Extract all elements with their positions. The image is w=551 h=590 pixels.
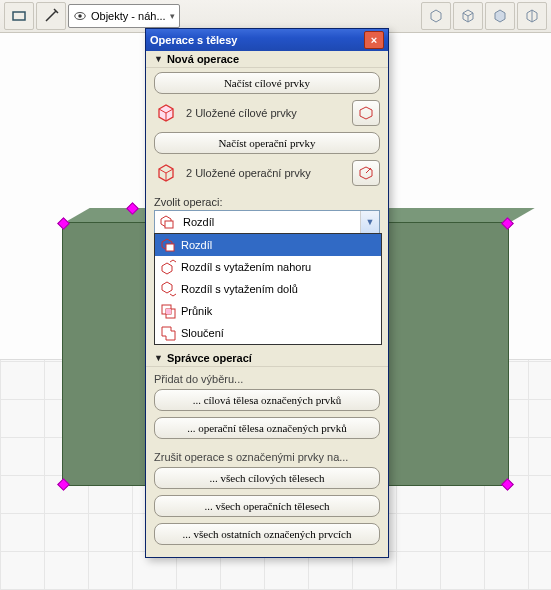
view-cube-1-button[interactable] xyxy=(421,2,451,30)
tool-wand-button[interactable] xyxy=(36,2,66,30)
pick-targets-button[interactable] xyxy=(352,100,380,126)
cancel-on-all-ops-button[interactable]: ... všech operačních tělesech xyxy=(154,495,380,517)
section-header-label: Správce operací xyxy=(167,352,252,364)
chevron-down-icon: ▾ xyxy=(170,11,175,21)
operation-combobox-popup: Rozdíl Rozdíl s vytažením nahoru Rozdíl … xyxy=(154,233,382,345)
cancel-on-all-targets-button[interactable]: ... všech cílových tělesech xyxy=(154,467,380,489)
eye-icon xyxy=(73,9,87,23)
combo-dropdown-button[interactable]: ▼ xyxy=(360,211,379,233)
svg-rect-0 xyxy=(13,12,25,20)
section-header-label: Nová operace xyxy=(167,53,239,65)
option-difference-extrude-down[interactable]: Rozdíl s vytažením dolů xyxy=(155,278,381,300)
intersection-icon xyxy=(157,302,179,320)
close-button[interactable]: × xyxy=(364,31,384,49)
option-label: Rozdíl xyxy=(181,239,212,251)
diff-up-icon xyxy=(157,258,179,276)
dialog-titlebar[interactable]: Operace s tělesy × xyxy=(146,29,388,51)
option-label: Rozdíl s vytažením nahoru xyxy=(181,261,311,273)
option-label: Rozdíl s vytažením dolů xyxy=(181,283,298,295)
tool-rectangle-button[interactable] xyxy=(4,2,34,30)
stored-ops-row: 2 Uložené operační prvky xyxy=(154,160,380,186)
pick-ops-button[interactable] xyxy=(352,160,380,186)
cancel-on-all-others-button[interactable]: ... všech ostatních označených prvcích xyxy=(154,523,380,545)
svg-point-2 xyxy=(78,14,82,18)
stored-targets-text: 2 Uložené cílové prvky xyxy=(186,107,346,119)
operation-combobox[interactable]: Rozdíl ▼ Rozdíl Rozdíl s vytažením nahor… xyxy=(154,210,380,234)
section-header-operation-manager[interactable]: ▼ Správce operací xyxy=(146,350,388,367)
option-difference-extrude-up[interactable]: Rozdíl s vytažením nahoru xyxy=(155,256,381,278)
difference-icon xyxy=(157,236,179,254)
combo-icon xyxy=(155,213,179,231)
add-operation-bodies-button[interactable]: ... operační tělesa označených prvků xyxy=(154,417,380,439)
triangle-down-icon: ▼ xyxy=(154,54,163,64)
new-operation-panel: Načíst cílové prvky 2 Uložené cílové prv… xyxy=(146,68,388,240)
stored-ops-text: 2 Uložené operační prvky xyxy=(186,167,346,179)
stored-targets-row: 2 Uložené cílové prvky xyxy=(154,100,380,126)
add-target-bodies-button[interactable]: ... cílová tělesa označených prvků xyxy=(154,389,380,411)
visibility-dropdown[interactable]: Objekty - náh... ▾ xyxy=(68,4,180,28)
visibility-dropdown-label: Objekty - náh... xyxy=(91,10,166,22)
view-cube-4-button[interactable] xyxy=(517,2,547,30)
view-cube-2-button[interactable] xyxy=(453,2,483,30)
section-header-new-operation[interactable]: ▼ Nová operace xyxy=(146,51,388,68)
option-difference[interactable]: Rozdíl xyxy=(155,234,381,256)
chevron-down-icon: ▼ xyxy=(366,217,375,227)
option-intersection[interactable]: Průnik xyxy=(155,300,381,322)
combo-value: Rozdíl xyxy=(179,216,360,228)
option-union[interactable]: Sloučení xyxy=(155,322,381,344)
cancel-operations-label: Zrušit operace s označenými prvky na... xyxy=(154,445,380,467)
view-cube-3-button[interactable] xyxy=(485,2,515,30)
choose-operation-label: Zvolit operaci: xyxy=(154,192,380,210)
dialog-title: Operace s tělesy xyxy=(150,34,237,46)
svg-rect-4 xyxy=(166,244,174,251)
operation-solid-icon xyxy=(154,161,180,185)
svg-rect-7 xyxy=(166,309,171,314)
target-solid-icon xyxy=(154,101,180,125)
diff-down-icon xyxy=(157,280,179,298)
add-to-selection-label: Přidat do výběru... xyxy=(154,371,380,389)
solid-operations-dialog: Operace s tělesy × ▼ Nová operace Načíst… xyxy=(145,28,389,558)
union-icon xyxy=(157,324,179,342)
operation-manager-panel: Přidat do výběru... ... cílová tělesa oz… xyxy=(146,367,388,557)
option-label: Sloučení xyxy=(181,327,224,339)
triangle-down-icon: ▼ xyxy=(154,353,163,363)
svg-rect-3 xyxy=(165,221,173,228)
option-label: Průnik xyxy=(181,305,212,317)
load-operation-elements-button[interactable]: Načíst operační prvky xyxy=(154,132,380,154)
load-target-elements-button[interactable]: Načíst cílové prvky xyxy=(154,72,380,94)
